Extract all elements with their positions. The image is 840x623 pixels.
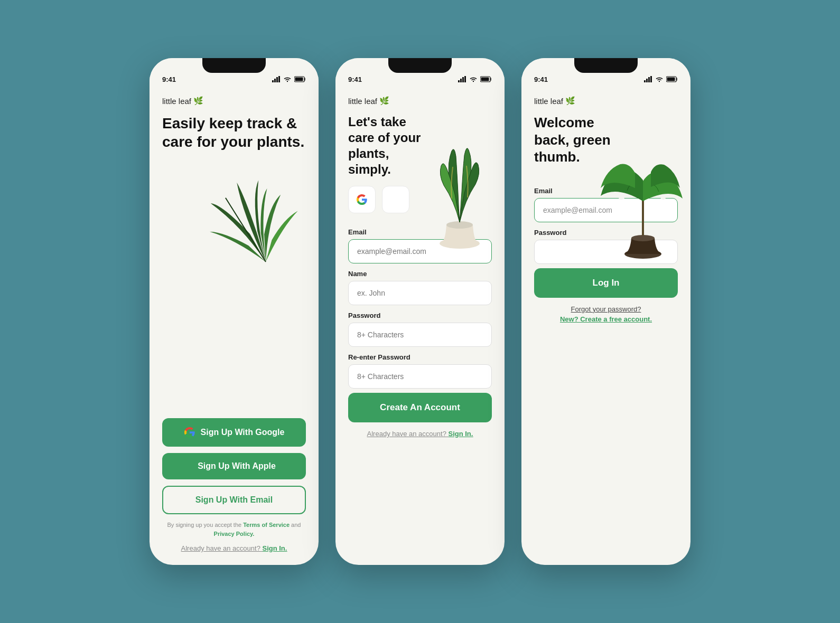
- google-icon: [184, 427, 195, 438]
- wifi-icon-3: [655, 76, 664, 83]
- svg-rect-17: [644, 80, 646, 82]
- brand-name-3: little leaf: [534, 97, 563, 106]
- email-signup-label: Sign Up With Email: [195, 495, 273, 505]
- status-bar-3: 9:41: [521, 58, 690, 88]
- brand-3: little leaf 🌿: [534, 96, 678, 106]
- email-label-3: Email: [534, 187, 678, 195]
- email-input-3[interactable]: [534, 198, 678, 222]
- headline-3: Welcome back, green thumb.: [534, 114, 618, 166]
- svg-rect-10: [462, 77, 464, 82]
- signal-icon: [272, 76, 281, 83]
- terms-link[interactable]: Terms of Service: [243, 522, 290, 528]
- brand-name-1: little leaf: [162, 97, 191, 106]
- email-input-2[interactable]: [348, 239, 492, 263]
- svg-point-12: [473, 81, 474, 82]
- brand-leaf-1: 🌿: [193, 96, 203, 106]
- login-links: Forgot your password? New? Create a free…: [534, 305, 678, 323]
- name-label: Name: [348, 270, 492, 278]
- apple-icon-button[interactable]: [382, 186, 409, 213]
- already-account-2: Already have an account? Sign In.: [348, 430, 492, 438]
- svg-rect-1: [274, 79, 276, 82]
- status-time-3: 9:41: [534, 75, 548, 83]
- phone-3-content: little leaf 🌿: [521, 88, 690, 565]
- phone-2: 9:41 little leaf 🌿: [335, 58, 505, 565]
- legal-prefix: By signing up you accept the: [167, 522, 244, 528]
- phone-2-content: little leaf 🌿 Let's take care of your pl…: [335, 88, 505, 565]
- google-icon-button[interactable]: [348, 186, 376, 213]
- google-icon-2: [356, 194, 368, 205]
- apple-signup-label: Sign Up With Apple: [198, 461, 276, 471]
- phone-3: 9:41 little leaf 🌿: [521, 58, 690, 565]
- signin-link-1[interactable]: Sign In.: [262, 544, 287, 552]
- svg-point-21: [659, 81, 660, 82]
- reenter-password-input[interactable]: [348, 364, 492, 389]
- svg-rect-2: [276, 77, 278, 82]
- svg-rect-23: [667, 78, 675, 81]
- wifi-icon-2: [469, 76, 478, 83]
- status-bar-2: 9:41: [335, 58, 505, 88]
- brand-leaf-3: 🌿: [565, 96, 575, 106]
- email-signup-button[interactable]: Sign Up With Email: [162, 486, 306, 514]
- login-button[interactable]: Log In: [534, 268, 678, 298]
- password-label-3: Password: [534, 229, 678, 237]
- svg-rect-3: [278, 76, 280, 82]
- svg-rect-14: [481, 78, 489, 81]
- svg-rect-6: [295, 78, 303, 81]
- svg-point-4: [287, 81, 288, 82]
- status-time-2: 9:41: [348, 75, 362, 83]
- name-input[interactable]: [348, 281, 492, 305]
- create-account-label: Create An Account: [380, 402, 460, 412]
- status-icons-2: [458, 76, 492, 83]
- brand-1: little leaf 🌿: [162, 96, 306, 106]
- status-time-1: 9:41: [162, 75, 176, 83]
- svg-rect-20: [650, 76, 652, 82]
- status-bar-1: 9:41: [150, 58, 319, 88]
- brand-2: little leaf 🌿: [348, 96, 492, 106]
- phone-1-content: little leaf 🌿 Easily keep track & care f…: [150, 88, 319, 565]
- already-account-1: Already have an account? Sign In.: [162, 544, 306, 552]
- create-account-button[interactable]: Create An Account: [348, 393, 492, 422]
- privacy-link[interactable]: Privacy Policy.: [214, 531, 255, 537]
- reenter-password-label: Re-enter Password: [348, 353, 492, 361]
- battery-icon-2: [480, 76, 492, 83]
- password-input-2[interactable]: [348, 323, 492, 347]
- wifi-icon: [283, 76, 292, 83]
- svg-rect-9: [460, 79, 462, 82]
- login-label: Log In: [593, 278, 620, 288]
- social-icons-row: [348, 186, 492, 213]
- brand-leaf-2: 🌿: [379, 96, 389, 106]
- create-free-account-link[interactable]: New? Create a free account.: [534, 315, 678, 323]
- signal-icon-2: [458, 76, 466, 83]
- apple-signup-button[interactable]: Sign Up With Apple: [162, 453, 306, 479]
- forgot-password-link[interactable]: Forgot your password?: [534, 305, 678, 313]
- svg-rect-0: [272, 80, 274, 82]
- google-signup-button[interactable]: Sign Up With Google: [162, 418, 306, 447]
- svg-rect-18: [646, 79, 648, 82]
- headline-2: Let's take care of your plants, simply.: [348, 114, 427, 177]
- status-icons-3: [644, 76, 678, 83]
- battery-icon-3: [666, 76, 678, 83]
- svg-rect-11: [464, 76, 466, 82]
- battery-icon: [294, 76, 306, 83]
- brand-name-2: little leaf: [348, 97, 377, 106]
- password-input-3[interactable]: [534, 240, 678, 264]
- legal-text: By signing up you accept the Terms of Se…: [162, 521, 306, 538]
- legal-and: and: [290, 522, 301, 528]
- svg-rect-19: [648, 77, 650, 82]
- signin-link-2[interactable]: Sign In.: [448, 430, 473, 438]
- svg-rect-8: [458, 80, 460, 82]
- svg-point-16: [446, 221, 473, 229]
- google-signup-label: Sign Up With Google: [201, 428, 285, 437]
- email-label-2: Email: [348, 228, 492, 236]
- status-icons-1: [272, 76, 306, 83]
- headline-1: Easily keep track & care for your plants…: [162, 114, 306, 151]
- phone-1: 9:41 little leaf 🌿 Easily keep track & c…: [150, 58, 319, 565]
- signal-icon-3: [644, 76, 652, 83]
- password-label-2: Password: [348, 311, 492, 319]
